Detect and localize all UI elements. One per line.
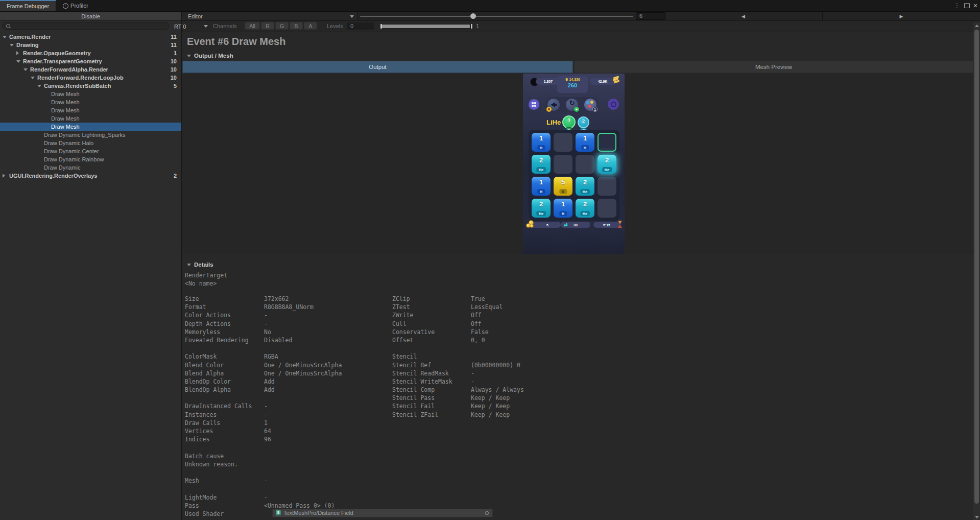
tree-item-label: RenderForwardAlpha.Render — [30, 66, 108, 73]
detail-value: - — [471, 377, 726, 386]
tree-row[interactable]: Render.TransparentGeometry10 — [0, 57, 181, 65]
tree-row[interactable]: Draw Dynamic Rainbow — [0, 155, 181, 163]
detail-key: Draw Calls — [185, 419, 264, 427]
tree-row[interactable]: RenderForward.RenderLoopJob10 — [0, 74, 181, 82]
tab-profiler[interactable]: Profiler — [57, 0, 94, 11]
render-target-preview: 1,807 ♛14,336 260 42.9K ↻+ 1 LiHe 3Li 2H… — [523, 74, 625, 254]
tree-item-label: Draw Dynamic Rainbow — [44, 156, 104, 162]
board-cell-empty — [554, 133, 572, 152]
tree-row[interactable]: Draw Mesh — [0, 106, 181, 114]
channel-all-button[interactable]: All — [245, 22, 260, 30]
levels-min-handle[interactable] — [380, 24, 382, 29]
prev-arrow-icon: ◀ — [742, 14, 745, 19]
detail-value: 372x662 — [264, 295, 392, 303]
scrollbar-down-icon[interactable] — [973, 514, 980, 520]
expand-arrow-icon[interactable] — [3, 36, 7, 38]
tree-row[interactable]: Drawing11 — [0, 41, 181, 49]
tree-item-label: Draw Mesh — [51, 124, 80, 130]
tree-row-selected[interactable]: Draw Mesh — [0, 123, 181, 131]
expand-arrow-icon[interactable] — [23, 68, 28, 71]
tree-row[interactable]: Render.OpaqueGeometry1 — [0, 49, 181, 57]
detail-value: Keep / Keep — [471, 394, 726, 402]
detail-key: Pass — [185, 502, 264, 510]
output-mesh-foldout[interactable]: Output / Mesh — [187, 53, 233, 59]
levels-min-field[interactable]: 0 — [347, 22, 374, 30]
foldout-arrow-icon — [187, 264, 191, 266]
tree-row[interactable]: Draw Dynamic Halo — [0, 139, 181, 147]
scrollbar-thumb[interactable] — [974, 30, 979, 504]
detail-value: (0b00000000) 0 — [471, 361, 726, 369]
target-selector-dropdown[interactable]: Editor — [182, 12, 358, 20]
detail-value: Add — [264, 386, 392, 394]
detail-key: Blend Alpha — [185, 369, 264, 377]
queue-tile: 2He — [578, 116, 589, 128]
detail-key: ColorMask — [185, 352, 264, 361]
levels-max-handle[interactable] — [471, 24, 472, 29]
next-event-button[interactable]: ▶ — [822, 12, 980, 20]
levels-label: Levels — [327, 23, 343, 29]
channel-r-button[interactable]: R — [261, 22, 274, 30]
detail-value: 96 — [264, 435, 392, 443]
unity-frame-debugger-window: { "window": { "tab_frame_debugger": "Fra… — [0, 0, 980, 520]
detail-key: Offset — [392, 336, 471, 344]
object-picker-icon[interactable]: ⊙ — [485, 509, 489, 517]
detail-key: Depth Actions — [185, 320, 264, 328]
detail-value: - — [264, 411, 392, 419]
tab-frame-debugger[interactable]: Frame Debugger — [0, 0, 56, 11]
event-index-field[interactable]: 6 — [636, 12, 665, 20]
search-input[interactable] — [2, 22, 170, 30]
details-table: Size372x662ZClipTrue FormatR8G8B8A8_UNor… — [185, 295, 726, 518]
tree-row[interactable]: Draw Dynamic Center — [0, 147, 181, 155]
tab-label: Frame Debugger — [7, 3, 49, 9]
previous-event-button[interactable]: ◀ — [664, 12, 822, 20]
expand-arrow-icon[interactable] — [16, 51, 19, 55]
disable-button[interactable]: Disable — [0, 12, 182, 20]
tree-row[interactable]: Camera.Render11 — [0, 33, 181, 41]
detail-key: Color Actions — [185, 311, 264, 319]
detail-key: Stencil Fail — [392, 402, 471, 410]
board-cell-selected — [597, 133, 616, 152]
event-slider-thumb[interactable] — [470, 13, 476, 19]
scrollbar-up-icon[interactable] — [973, 22, 980, 29]
board-tile: 2He — [532, 155, 551, 174]
expand-arrow-icon[interactable] — [31, 77, 35, 79]
expand-arrow-icon[interactable] — [37, 85, 41, 87]
detail-value: One / OneMinusSrcAlpha — [264, 369, 392, 377]
tab-output[interactable]: Output — [182, 61, 573, 73]
tree-item-label: Draw Mesh — [51, 91, 80, 97]
kebab-menu-icon[interactable]: ⋮ — [953, 0, 961, 11]
expand-arrow-icon[interactable] — [3, 174, 5, 178]
maximize-icon[interactable] — [962, 0, 971, 11]
used-shader-field[interactable]: STextMeshPro/Distance Field⊙ — [272, 509, 493, 517]
tree-row[interactable]: Draw Mesh — [0, 114, 181, 123]
tab-mesh-preview[interactable]: Mesh Preview — [574, 61, 973, 73]
details-foldout[interactable]: Details — [187, 262, 213, 268]
channel-g-button[interactable]: G — [275, 22, 289, 30]
detail-key: Blend Color — [185, 361, 264, 369]
shader-icon: S — [276, 510, 281, 515]
tree-row[interactable]: Draw Dynamic — [0, 163, 181, 172]
tree-row[interactable]: RenderForwardAlpha.Render10 — [0, 65, 181, 74]
close-icon[interactable]: × — [971, 0, 979, 11]
hourglass-icon — [617, 220, 623, 228]
render-target-dropdown[interactable]: RT 0 — [174, 22, 211, 31]
tree-item-label: Canvas.RenderSubBatch — [44, 83, 111, 89]
tree-row[interactable]: UGUI.Rendering.RenderOverlays2 — [0, 172, 181, 180]
expand-arrow-icon[interactable] — [16, 60, 20, 63]
tree-row[interactable]: Canvas.RenderSubBatch5 — [0, 82, 181, 90]
tree-item-label: Draw Mesh — [51, 107, 80, 113]
vertical-scrollbar[interactable] — [973, 22, 980, 520]
detail-value: - — [264, 311, 392, 319]
foldout-arrow-icon — [187, 55, 191, 57]
tree-row[interactable]: Draw Dynamic Lightning_Sparks — [0, 131, 181, 139]
levels-range-slider[interactable] — [380, 24, 473, 29]
channel-a-button[interactable]: A — [304, 22, 317, 30]
expand-arrow-icon[interactable] — [10, 44, 14, 46]
channel-b-button[interactable]: B — [290, 22, 303, 30]
tree-row[interactable]: Draw Mesh — [0, 98, 181, 106]
shader-name: TextMeshPro/Distance Field — [283, 509, 353, 517]
tree-item-label: UGUI.Rendering.RenderOverlays — [9, 173, 97, 179]
tree-row[interactable]: Draw Mesh — [0, 90, 181, 98]
event-slider-track[interactable] — [360, 16, 633, 17]
detail-key: LightMode — [185, 493, 264, 502]
